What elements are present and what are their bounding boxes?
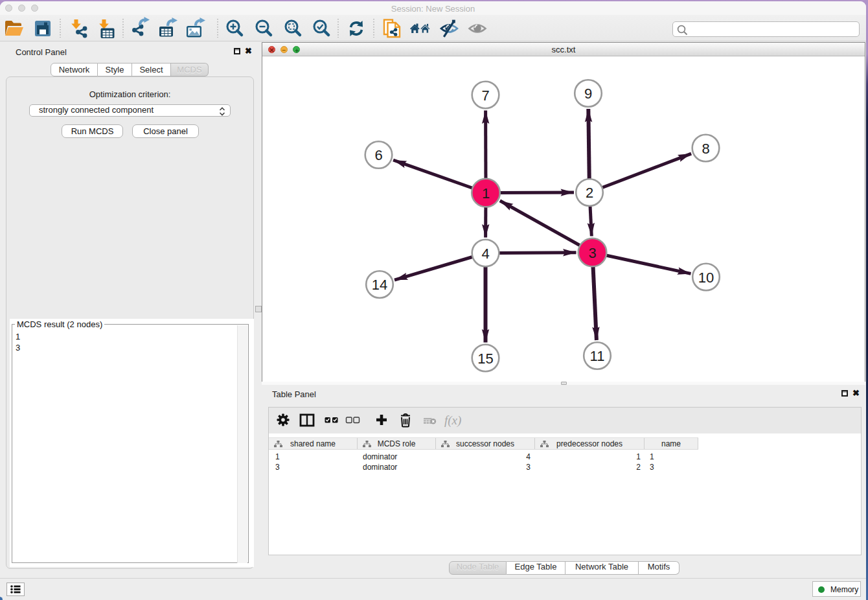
- svg-text:1: 1: [482, 185, 490, 202]
- svg-text:6: 6: [374, 147, 382, 163]
- svg-text:f(x): f(x): [444, 413, 461, 428]
- svg-text:15: 15: [477, 351, 493, 367]
- svg-text:7: 7: [481, 87, 489, 104]
- svg-text:2: 2: [586, 185, 593, 201]
- svg-text:10: 10: [698, 270, 714, 286]
- svg-text:4: 4: [481, 246, 489, 262]
- svg-text:9: 9: [584, 86, 592, 102]
- svg-text:8: 8: [702, 141, 709, 157]
- svg-text:14: 14: [372, 277, 387, 293]
- svg-text:11: 11: [590, 348, 605, 364]
- svg-text:3: 3: [588, 245, 596, 261]
